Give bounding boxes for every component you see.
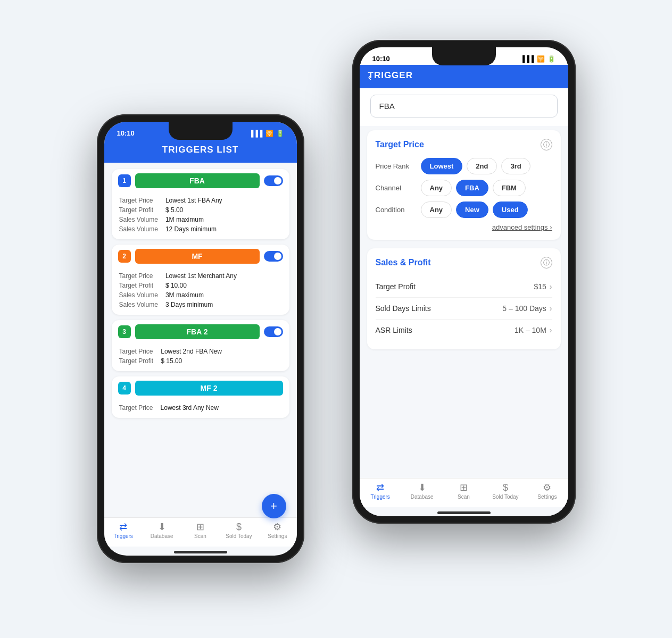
status-icons-left: ▐▐▐ 🛜 🔋 xyxy=(249,130,284,137)
target-price-title: Target Price xyxy=(376,140,424,149)
nav-triggers-right[interactable]: ⇄ Triggers xyxy=(360,483,401,500)
trigger-details-1: Target PriceLowest 1st FBA Any Target Pr… xyxy=(112,192,289,239)
home-bar-left xyxy=(174,551,227,553)
bottom-nav-right: ⇄ Triggers ⬇ Database ⊞ Scan $ Sold Toda… xyxy=(360,478,568,507)
sold-icon-right: $ xyxy=(503,483,508,492)
status-time-right: 10:10 xyxy=(372,55,390,63)
sold-days-label: Sold Days Limits xyxy=(376,304,431,313)
trigger-header-2: 2 MF xyxy=(112,245,289,268)
nav-settings-right[interactable]: ⚙ Settings xyxy=(526,483,568,500)
trigger-name-3: FBA 2 xyxy=(135,324,260,339)
condition-new[interactable]: New xyxy=(456,202,488,218)
price-rank-label: Price Rank xyxy=(376,162,416,170)
nav-triggers-left[interactable]: ⇄ Triggers xyxy=(104,522,143,539)
trigger-num-3: 3 xyxy=(118,325,131,338)
channel-any[interactable]: Any xyxy=(421,180,452,196)
channel-row: Channel Any FBA FBM xyxy=(376,180,552,196)
trigger-card-4[interactable]: 4 MF 2 Target PriceLowest 3rd Any New xyxy=(112,376,289,418)
target-profit-row[interactable]: Target Profit $15 › xyxy=(376,276,552,298)
nav-database-right[interactable]: ⬇ Database xyxy=(401,483,443,500)
condition-label: Condition xyxy=(376,206,416,214)
sales-profit-title: Sales & Profit xyxy=(376,258,431,267)
price-rank-lowest[interactable]: Lowest xyxy=(421,158,463,174)
nav-scan-right[interactable]: ⊞ Scan xyxy=(443,483,484,500)
condition-buttons: Any New Used xyxy=(421,202,528,218)
database-icon: ⬇ xyxy=(158,522,166,532)
price-rank-row: Price Rank Lowest 2nd 3rd xyxy=(376,158,552,174)
trigger-card-3[interactable]: 3 FBA 2 Target PriceLowest 2nd FBA New T… xyxy=(112,320,289,371)
asr-limits-label: ASR Limits xyxy=(376,326,412,334)
wifi-icon-right: 🛜 xyxy=(537,55,545,63)
bottom-nav-left: ⇄ Triggers ⬇ Database ⊞ Scan $ Sold Toda… xyxy=(104,517,297,547)
price-rank-2nd[interactable]: 2nd xyxy=(467,158,497,174)
add-trigger-fab[interactable]: + xyxy=(262,494,286,518)
battery-icon: 🔋 xyxy=(276,130,284,137)
home-bar-right xyxy=(437,511,491,514)
trigger-card-2[interactable]: 2 MF Target PriceLowest 1st Merchant Any… xyxy=(112,245,289,315)
trigger-num-2: 2 xyxy=(118,250,131,263)
scan-icon: ⊞ xyxy=(196,522,204,532)
settings-icon-right: ⚙ xyxy=(543,483,551,492)
sales-profit-info-icon[interactable]: ⓘ xyxy=(541,257,552,268)
asr-limits-row[interactable]: ASR Limits 1K – 10M › xyxy=(376,320,552,341)
trigger-toggle-2[interactable] xyxy=(264,251,283,262)
trigger-header-4: 4 MF 2 xyxy=(112,376,289,400)
trigger-name-1: FBA xyxy=(135,173,260,188)
channel-fbm[interactable]: FBM xyxy=(493,180,526,196)
battery-icon-right: 🔋 xyxy=(547,55,555,63)
nav-database-left[interactable]: ⬇ Database xyxy=(143,522,181,539)
screen-right: 10:10 ▐▐▐ 🛜 🔋 ‹ TRIGGER xyxy=(360,47,568,516)
nav-sold-right[interactable]: $ Sold Today xyxy=(485,483,526,500)
phone-left: 10:10 ▐▐▐ 🛜 🔋 TRIGGERS LIST xyxy=(97,114,304,563)
condition-any[interactable]: Any xyxy=(421,202,452,218)
header-right: ‹ TRIGGER xyxy=(360,65,568,88)
triggers-list: 1 FBA Target PriceLowest 1st FBA Any Tar… xyxy=(104,163,297,517)
triggers-icon: ⇄ xyxy=(119,522,127,532)
channel-buttons: Any FBA FBM xyxy=(421,180,526,196)
header-title-left: TRIGGERS LIST xyxy=(113,145,288,155)
trigger-num-4: 4 xyxy=(118,382,131,394)
advanced-settings-link[interactable]: advanced settings › xyxy=(376,223,552,231)
price-rank-buttons: Lowest 2nd 3rd xyxy=(421,158,530,174)
trigger-details-4: Target PriceLowest 3rd Any New xyxy=(112,400,289,418)
channel-fba[interactable]: FBA xyxy=(456,180,488,196)
asr-limits-value: 1K – 10M › xyxy=(515,326,552,334)
back-button[interactable]: ‹ xyxy=(368,71,372,83)
sold-icon: $ xyxy=(236,522,242,532)
sold-days-row[interactable]: Sold Days Limits 5 – 100 Days › xyxy=(376,298,552,320)
trigger-name-input[interactable] xyxy=(370,95,558,117)
trigger-num-1: 1 xyxy=(118,174,131,187)
target-profit-chevron: › xyxy=(550,282,552,291)
status-time-left: 10:10 xyxy=(117,129,135,137)
scan-icon-right: ⊞ xyxy=(460,483,468,492)
wifi-icon: 🛜 xyxy=(266,130,273,137)
trigger-header-1: 1 FBA xyxy=(112,169,289,192)
screen-left: 10:10 ▐▐▐ 🛜 🔋 TRIGGERS LIST xyxy=(104,122,297,556)
sales-profit-header: Sales & Profit ⓘ xyxy=(376,257,552,268)
trigger-toggle-1[interactable] xyxy=(264,175,283,186)
nav-settings-left[interactable]: ⚙ Settings xyxy=(258,522,296,539)
phone-right: 10:10 ▐▐▐ 🛜 🔋 ‹ TRIGGER xyxy=(352,40,576,524)
condition-row: Condition Any New Used xyxy=(376,202,552,218)
trigger-card-1[interactable]: 1 FBA Target PriceLowest 1st FBA Any Tar… xyxy=(112,169,289,239)
nav-scan-left[interactable]: ⊞ Scan xyxy=(181,522,219,539)
target-profit-value: $15 › xyxy=(534,282,552,291)
trigger-toggle-3[interactable] xyxy=(264,326,283,337)
trigger-name-4: MF 2 xyxy=(135,381,283,396)
asr-limits-chevron: › xyxy=(550,326,552,334)
channel-label: Channel xyxy=(376,184,416,192)
sold-days-value: 5 – 100 Days › xyxy=(502,304,552,313)
trigger-details-3: Target PriceLowest 2nd FBA New Target Pr… xyxy=(112,343,289,371)
price-rank-3rd[interactable]: 3rd xyxy=(501,158,530,174)
trigger-details-2: Target PriceLowest 1st Merchant Any Targ… xyxy=(112,268,289,315)
settings-icon: ⚙ xyxy=(273,522,281,532)
trigger-name-2: MF xyxy=(135,249,260,264)
nav-sold-left[interactable]: $ Sold Today xyxy=(220,522,258,539)
notch-left xyxy=(169,122,233,140)
header-title-right: TRIGGER xyxy=(368,70,560,81)
status-icons-right: ▐▐▐ 🛜 🔋 xyxy=(520,55,555,63)
signal-icon-right: ▐▐▐ xyxy=(520,55,534,63)
target-price-section: Target Price ⓘ Price Rank Lowest 2nd 3rd xyxy=(367,130,561,240)
condition-used[interactable]: Used xyxy=(493,202,528,218)
target-price-info-icon[interactable]: ⓘ xyxy=(541,139,552,150)
